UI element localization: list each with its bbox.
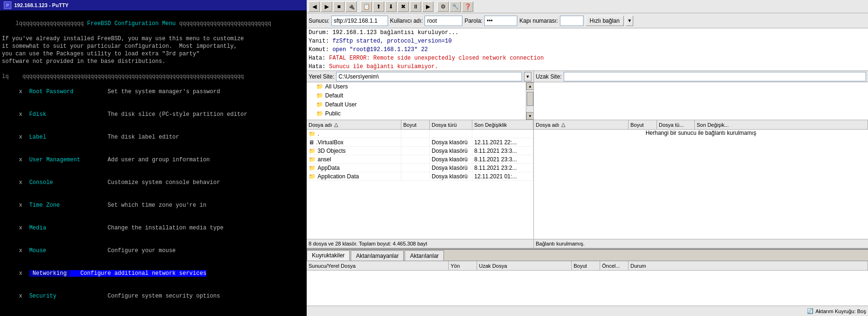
file-name-vb: .VirtualBox [316, 139, 344, 146]
queue-status-icon: 🔄 [807, 308, 814, 314]
tree-item-public[interactable]: 📁 Public [307, 109, 526, 118]
connect-dropdown[interactable]: ▼ [626, 16, 633, 26]
col-header-filename[interactable]: Dosya adı △ [307, 120, 401, 129]
file-row-3dobjects[interactable]: 📁 3D Objects Dosya klasörü 8.11.2021 23:… [307, 147, 533, 155]
scroll-down-btn[interactable]: ▼ [526, 112, 533, 120]
remote-path-input[interactable] [564, 72, 866, 81]
local-path-dropdown[interactable]: ▼ [524, 72, 531, 81]
queue-col-direction[interactable]: Yön [449, 261, 477, 270]
tab-successful[interactable]: Aktarılanlar [405, 250, 444, 261]
fz-remote-tree [534, 82, 868, 120]
scroll-thumb[interactable] [527, 92, 533, 106]
status-line-3: Komut: open "root@192.168.1.123" 22 [307, 45, 868, 54]
col-header-modified[interactable]: Son Değişiklik [472, 120, 533, 129]
queue-col-localfile-label: Sunucu/Yerel Dosya [309, 263, 355, 269]
file-cell-type-dot [430, 130, 472, 138]
file-cell-mod-vb: 12.11.2021 22:... [472, 138, 533, 146]
toolbar-btn-7[interactable]: ✖ [398, 1, 409, 12]
server-input[interactable] [331, 16, 388, 26]
toolbar-btn-connect[interactable]: 🔌 [345, 1, 357, 12]
file-name-appdata2: Application Data [318, 173, 359, 180]
status-label-2: Yanıt: [309, 38, 332, 44]
file-cell-name-vb: 🖥 .VirtualBox [307, 138, 401, 146]
putty-terminal[interactable]: lqqqqqqqqqqqqqqqqqqq FreeBSD Configurati… [0, 10, 307, 316]
tab-queued-label: Kuyruktakiler [312, 252, 345, 259]
folder-icon-appdata2: 📁 [309, 173, 316, 180]
tree-label-default: Default [325, 92, 343, 100]
queue-col-status[interactable]: Durum [629, 261, 868, 270]
file-cell-size-dot [401, 130, 430, 138]
remote-status-text: Bağlantı kurulmamış. [536, 241, 585, 246]
file-row-ansel[interactable]: 📁 ansel Dosya klasörü 8.11.2021 23:3... [307, 155, 533, 164]
folder-icon-appdata: 📁 [309, 165, 316, 171]
remote-col-header-size[interactable]: Boyut [629, 120, 657, 129]
toolbar-btn-settings[interactable]: ⚙ [437, 1, 449, 12]
queue-col-direction-label: Yön [451, 263, 460, 269]
toolbar-btn-3[interactable]: ■ [333, 1, 345, 12]
local-path-input[interactable] [336, 72, 522, 81]
col-filename-label: Dosya adı [309, 122, 332, 128]
toolbar-btn-5[interactable]: ⬆ [373, 1, 384, 12]
toolbar-btn-8[interactable]: ⏸ [410, 1, 421, 12]
tab-failed-label: Aktarılamayanlar [356, 253, 399, 259]
queue-col-priority-label: Öncel... [602, 263, 620, 269]
remote-col-header-type[interactable]: Dosya tü... [657, 120, 695, 129]
remote-col-header-modified[interactable]: Son Değişik... [695, 120, 868, 129]
queue-col-localfile[interactable]: Sunucu/Yerel Dosya [307, 261, 449, 270]
port-label: Kapı numarası: [519, 18, 558, 24]
term-line-4: software not provided in the base distri… [2, 58, 305, 65]
connect-button[interactable]: Hızlı bağlan [585, 16, 624, 26]
col-header-type[interactable]: Dosya türü [430, 120, 472, 129]
fz-remote-file-header: Dosya adı △ Boyut Dosya tü... Son Değişi… [534, 120, 868, 130]
toolbar-btn-2[interactable]: ▶ [321, 1, 332, 12]
tab-queued[interactable]: Kuyruktakiler [307, 250, 350, 261]
file-row-dot[interactable]: 📁 . [307, 130, 533, 138]
fz-connection-bar: Sunucu: Kullanıcı adı: Parola: Kapı numa… [307, 13, 868, 28]
fz-local-tree[interactable]: 📁 All Users 📁 Default 📁 Default User [307, 82, 533, 120]
status-line-2: Yanıt: fzSftp started, protocol_version=… [307, 37, 868, 45]
local-tree-scrollbar[interactable]: ▲ ▼ [526, 82, 533, 120]
toolbar-btn-wizard[interactable]: 🔧 [450, 1, 461, 12]
password-input[interactable] [484, 16, 517, 26]
toolbar-btn-6[interactable]: ⬇ [385, 1, 397, 12]
toolbar-btn-9[interactable]: ▶ [422, 1, 434, 12]
term-menu-networking[interactable]: x Networking Configure additional networ… [2, 262, 305, 285]
username-input[interactable] [425, 16, 462, 26]
queue-col-priority[interactable]: Öncel... [600, 261, 629, 270]
toolbar-btn-1[interactable]: ◀ [309, 1, 320, 12]
status-line-5: Hata: Sunucu ile bağlantı kurulamıyor. [307, 62, 868, 71]
tree-item-default-user[interactable]: 📁 Default User [307, 100, 526, 109]
tree-item-default[interactable]: 📁 Default [307, 91, 526, 100]
status-line-4: Hata: FATAL ERROR: Remote side unexpecte… [307, 54, 868, 62]
folder-icon-dot: 📁 [309, 131, 316, 137]
port-input[interactable] [560, 16, 584, 26]
tab-failed[interactable]: Aktarılamayanlar [351, 250, 404, 261]
server-label: Sunucu: [309, 18, 329, 24]
status-line-1: Durum: 192.168.1.123 bağlantısı kuruluyo… [307, 28, 868, 37]
tree-item-all-users[interactable]: 📁 All Users [307, 82, 526, 91]
file-cell-size-ansel [401, 155, 430, 163]
queue-col-size[interactable]: Boyut [572, 261, 600, 270]
term-menu-fdisk: x Fdisk The disk slice (PC-style partiti… [2, 103, 305, 126]
sort-icon: △ [334, 122, 338, 128]
scroll-track[interactable] [526, 90, 533, 112]
file-name-dot: . [318, 131, 319, 137]
file-row-virtualbox[interactable]: 🖥 .VirtualBox Dosya klasörü 12.11.2021 2… [307, 138, 533, 147]
toolbar-btn-4[interactable]: 📋 [361, 1, 372, 12]
queue-col-remotefile[interactable]: Uzak Dosya [477, 261, 572, 270]
remote-col-header-filename[interactable]: Dosya adı △ [534, 120, 629, 129]
remote-col-filename-label: Dosya adı [536, 122, 559, 128]
term-menu-label: x Label The disk label editor [2, 126, 305, 149]
term-menu-mouse: x Mouse Configure your mouse [2, 239, 305, 262]
file-name-3d: 3D Objects [318, 148, 345, 154]
file-row-appdata2[interactable]: 📁 Application Data Dosya klasörü 12.11.2… [307, 172, 533, 181]
file-cell-mod-appdata: 8.11.2021 23:2... [472, 164, 533, 172]
file-row-appdata[interactable]: 📁 AppData Dosya klasörü 8.11.2021 23:2..… [307, 164, 533, 172]
col-header-size[interactable]: Boyut [401, 120, 430, 129]
toolbar-btn-help[interactable]: ❓ [462, 1, 473, 12]
fz-remote-status-bar: Bağlantı kurulmamış. [534, 239, 868, 248]
putty-icon: P [4, 1, 11, 9]
scroll-up-btn[interactable]: ▲ [526, 82, 533, 90]
password-label: Parola: [464, 18, 482, 24]
queue-col-size-label: Boyut [574, 263, 587, 269]
